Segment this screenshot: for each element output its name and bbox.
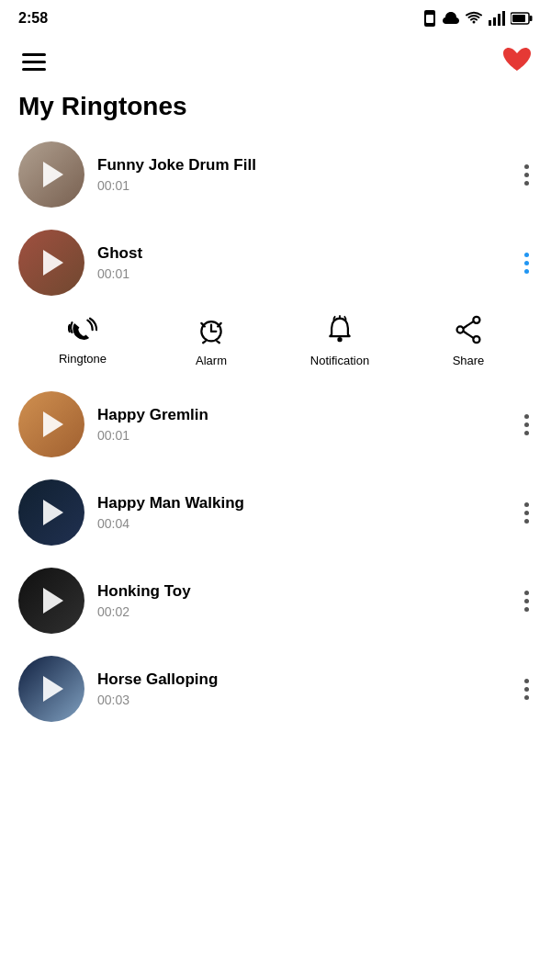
favorites-button[interactable] [501,46,533,77]
song-duration: 00:01 [97,178,508,193]
more-options-button[interactable] [521,583,533,619]
sim-icon [422,10,437,27]
song-thumbnail[interactable] [18,568,84,634]
svg-point-13 [473,317,479,323]
list-item: Happy Gremlin 00:01 [9,380,542,468]
song-name: Funny Joke Drum Fill [97,156,508,175]
song-list: Funny Joke Drum Fill 00:01 Ghost 00:01 [0,130,551,733]
share-label: Share [453,354,485,367]
status-bar: 2:58 [0,0,551,37]
list-item: Funny Joke Drum Fill 00:01 [9,130,542,219]
list-item: Horse Galloping 00:03 [9,645,542,733]
song-thumbnail[interactable] [18,391,84,457]
song-info: Funny Joke Drum Fill 00:01 [84,156,521,193]
notification-action[interactable]: Notification [308,315,372,367]
svg-rect-4 [498,14,500,26]
song-name: Happy Man Walking [97,494,508,513]
sync-icon [443,11,459,26]
song-duration: 00:02 [97,604,508,619]
more-options-button[interactable] [521,245,533,281]
song-thumbnail[interactable] [18,141,84,208]
status-time: 2:58 [18,10,48,27]
song-duration: 00:01 [97,266,508,281]
more-options-button[interactable] [521,407,533,443]
play-button[interactable] [43,500,63,525]
signal-icon [489,11,505,26]
alarm-icon [197,315,226,348]
ringtone-icon [68,317,97,346]
more-options-button[interactable] [521,495,533,531]
heart-icon [501,46,533,73]
svg-line-17 [464,332,474,338]
battery-icon [511,12,533,25]
song-name: Horse Galloping [97,670,508,689]
svg-rect-5 [502,11,505,26]
song-name: Ghost [97,244,508,263]
play-button[interactable] [43,676,63,702]
svg-rect-2 [489,20,491,26]
svg-line-16 [464,321,474,328]
song-thumbnail[interactable] [18,230,84,296]
alarm-action[interactable]: Alarm [179,315,243,367]
list-item: Happy Man Walking 00:04 [9,468,542,557]
alarm-label: Alarm [196,354,227,367]
list-item: Ghost 00:01 [9,219,542,307]
svg-point-12 [337,337,342,342]
notification-icon [325,315,354,348]
song-thumbnail[interactable] [18,656,84,722]
song-thumbnail[interactable] [18,479,84,546]
song-info: Ghost 00:01 [84,244,521,281]
notification-label: Notification [310,354,369,367]
song-duration: 00:01 [97,428,508,443]
status-icons [422,10,533,27]
more-options-button[interactable] [521,671,533,707]
play-button[interactable] [43,411,63,437]
svg-rect-3 [493,17,496,26]
song-info: Horse Galloping 00:03 [84,670,521,707]
play-button[interactable] [43,162,63,187]
svg-point-15 [457,326,464,332]
ringtone-action[interactable]: Ringtone [51,317,115,366]
song-name: Happy Gremlin [97,406,508,424]
ringtone-label: Ringtone [59,352,107,366]
song-info: Honking Toy 00:02 [84,582,521,619]
page-title: My Ringtones [0,77,551,130]
wifi-icon [465,11,483,26]
song-info: Happy Man Walking 00:04 [84,494,521,531]
more-options-button[interactable] [521,157,533,193]
song-duration: 00:04 [97,516,508,531]
share-icon [454,315,483,348]
menu-button[interactable] [18,50,50,74]
song-duration: 00:03 [97,693,508,707]
svg-rect-7 [530,16,533,21]
song-info: Happy Gremlin 00:01 [84,406,521,443]
header [0,37,551,77]
share-action[interactable]: Share [436,315,500,367]
svg-rect-8 [512,15,525,22]
action-bar: Ringtone Alarm [9,307,542,380]
play-button[interactable] [43,588,63,614]
svg-point-14 [473,336,479,343]
svg-rect-1 [426,15,433,23]
list-item: Honking Toy 00:02 [9,557,542,645]
song-name: Honking Toy [97,582,508,601]
play-button[interactable] [43,250,63,276]
